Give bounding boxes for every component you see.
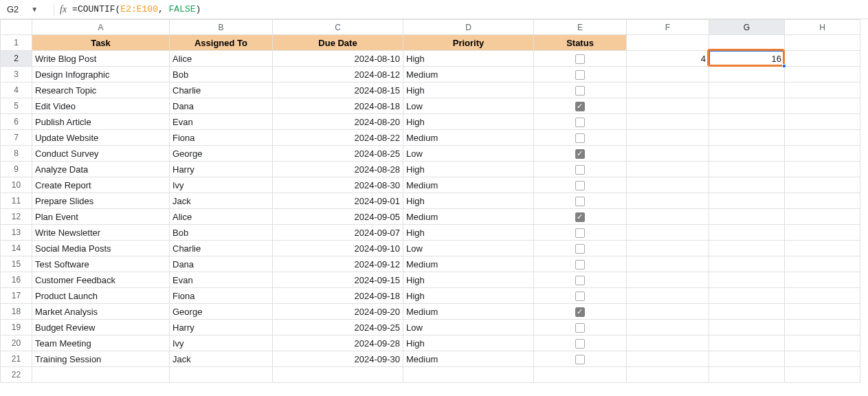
row-header[interactable]: 17 [1,288,32,304]
status-checkbox[interactable] [575,212,585,222]
cell[interactable] [627,162,709,177]
cell[interactable] [627,98,709,114]
cell[interactable] [785,272,860,288]
corner-cell[interactable] [1,20,32,35]
cell[interactable] [709,367,785,383]
cell[interactable] [709,225,785,241]
cell-assignee[interactable]: Ivy [170,177,273,193]
cell-status[interactable] [534,51,627,67]
cell-task[interactable]: Budget Review [32,320,170,336]
cell-due-date[interactable]: 2024-09-01 [273,193,403,209]
row-header[interactable]: 18 [1,304,32,320]
cell-task[interactable]: Update Website [32,130,170,146]
cell-status[interactable] [534,336,627,351]
cell-status[interactable] [534,367,627,383]
cell-due-date[interactable]: 2024-08-10 [273,51,403,67]
cell[interactable] [785,256,860,272]
cell[interactable] [785,162,860,177]
status-checkbox[interactable] [575,260,585,270]
row-header[interactable]: 12 [1,209,32,225]
cell-due-date[interactable]: 2024-08-20 [273,114,403,130]
cell-priority[interactable]: Medium [403,130,534,146]
status-checkbox[interactable] [575,307,585,317]
cell[interactable] [627,320,709,336]
cell[interactable] [785,82,860,98]
column-header-C[interactable]: C [273,20,403,35]
status-checkbox[interactable] [575,228,585,238]
cell-assignee[interactable]: Evan [170,114,273,130]
row-header[interactable]: 14 [1,241,32,256]
status-checkbox[interactable] [575,181,585,190]
name-box-dropdown-icon[interactable]: ▼ [31,6,38,13]
cell-assignee[interactable]: Charlie [170,82,273,98]
cell-task[interactable]: Edit Video [32,98,170,114]
row-header[interactable]: 1 [1,35,32,51]
status-checkbox[interactable] [575,86,585,96]
cell[interactable] [785,51,860,67]
cell[interactable]: 16 [709,51,785,67]
cell[interactable] [627,209,709,225]
cell[interactable] [709,98,785,114]
cell-priority[interactable]: High [403,114,534,130]
cell-task[interactable]: Training Session [32,351,170,367]
cell-priority[interactable]: Medium [403,304,534,320]
cell-assignee[interactable]: Fiona [170,130,273,146]
cell-due-date[interactable]: 2024-08-15 [273,82,403,98]
cell[interactable] [627,241,709,256]
cell[interactable] [709,35,785,51]
column-header-D[interactable]: D [403,20,534,35]
row-header[interactable]: 9 [1,162,32,177]
column-header-B[interactable]: B [170,20,273,35]
cell[interactable] [709,146,785,162]
cell-assignee[interactable]: Alice [170,209,273,225]
cell-priority[interactable]: High [403,272,534,288]
cell-assignee[interactable]: Jack [170,351,273,367]
cell-task[interactable]: Create Report [32,177,170,193]
cell-assignee[interactable] [170,367,273,383]
cell[interactable] [709,272,785,288]
cell-task[interactable]: Conduct Survey [32,146,170,162]
cell-status[interactable] [534,114,627,130]
status-checkbox[interactable] [575,54,585,64]
cell[interactable] [709,130,785,146]
cell-priority[interactable]: Low [403,320,534,336]
row-header[interactable]: 19 [1,320,32,336]
cell-status[interactable] [534,130,627,146]
cell-task[interactable]: Social Media Posts [32,241,170,256]
cell[interactable] [627,336,709,351]
cell[interactable] [709,351,785,367]
cell-due-date[interactable]: 2024-09-12 [273,256,403,272]
cell-status[interactable] [534,304,627,320]
cell-status[interactable] [534,209,627,225]
cell[interactable] [709,162,785,177]
cell[interactable] [709,209,785,225]
cell-task[interactable]: Write Newsletter [32,225,170,241]
cell-priority[interactable]: Low [403,98,534,114]
status-checkbox[interactable] [575,118,585,127]
selection-fill-handle[interactable] [782,64,786,68]
cell[interactable] [785,225,860,241]
cell-status[interactable] [534,241,627,256]
cell[interactable] [785,304,860,320]
cell[interactable] [785,241,860,256]
header-priority[interactable]: Priority [403,35,534,51]
cell[interactable] [627,114,709,130]
column-header-H[interactable]: H [785,20,860,35]
cell[interactable] [709,114,785,130]
cell[interactable] [785,146,860,162]
cell[interactable] [709,336,785,351]
cell-priority[interactable]: High [403,288,534,304]
cell-task[interactable]: Plan Event [32,209,170,225]
status-checkbox[interactable] [575,133,585,143]
cell-status[interactable] [534,162,627,177]
row-header[interactable]: 7 [1,130,32,146]
cell[interactable] [785,177,860,193]
cell-due-date[interactable]: 2024-09-28 [273,336,403,351]
cell-priority[interactable]: Medium [403,67,534,82]
cell[interactable] [627,351,709,367]
row-header[interactable]: 3 [1,67,32,82]
cell-due-date[interactable]: 2024-09-25 [273,320,403,336]
row-header[interactable]: 15 [1,256,32,272]
cell[interactable] [785,193,860,209]
cell-status[interactable] [534,67,627,82]
